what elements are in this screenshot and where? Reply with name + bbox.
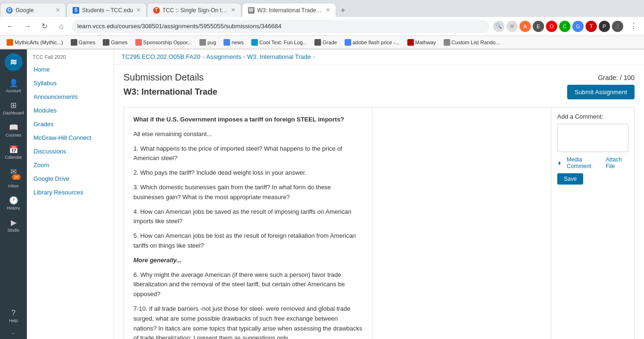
inbox-badge: 26: [12, 174, 20, 180]
new-tab-button[interactable]: +: [337, 4, 350, 17]
ext-icon-7[interactable]: P: [599, 21, 610, 32]
ext-icon-5[interactable]: G: [572, 21, 584, 32]
bookmark-grade[interactable]: Grade: [312, 38, 340, 47]
bookmark-games1[interactable]: Games: [68, 38, 98, 47]
course-term-label: TCC Fall 2020: [27, 49, 114, 63]
ext-icon-2[interactable]: E: [533, 21, 544, 32]
bookmark-news[interactable]: news: [221, 38, 247, 47]
address-input[interactable]: [72, 20, 489, 33]
tab-bar: G Google ✕ S Students – TCC.edu ✕ T TCC …: [0, 0, 644, 17]
bookmark-mathway[interactable]: Mathway: [405, 38, 439, 47]
tab-students[interactable]: S Students – TCC.edu ✕: [66, 3, 147, 17]
ext-icon-8[interactable]: ⋮: [612, 21, 623, 32]
menu-item-zoom[interactable]: Zoom: [27, 158, 114, 172]
bookmark-favicon-mathway: [407, 39, 414, 46]
breadcrumb-w3[interactable]: W3: International Trade: [247, 53, 311, 60]
menu-button[interactable]: ⋮: [627, 20, 640, 33]
account-icon: 👤: [9, 79, 18, 88]
tab-close-tcc[interactable]: ✕: [231, 7, 235, 13]
bookmark-favicon-adobe: [345, 39, 351, 46]
browser-chrome: G Google ✕ S Students – TCC.edu ✕ T TCC …: [0, 0, 644, 49]
ext-icon-4[interactable]: C: [559, 21, 570, 32]
back-button[interactable]: ←: [4, 20, 17, 33]
bookmark-sponsorship[interactable]: Sponsorship Oppor...: [132, 38, 195, 47]
bookmark-pug[interactable]: pug: [197, 38, 219, 47]
tab-tcc[interactable]: T TCC :: Single Sign-On to all your... ✕: [147, 3, 241, 17]
grade-label: Grade:: [598, 74, 618, 81]
assignment-content: What if the U.S. Government imposes a ta…: [124, 107, 372, 339]
tab-close-w3[interactable]: ✕: [326, 7, 330, 13]
breadcrumb-course[interactable]: TC295.ECO.202.O05B.FA20: [122, 53, 200, 60]
search-icon[interactable]: 🔍: [493, 21, 504, 32]
menu-item-google-drive[interactable]: Google Drive: [27, 172, 114, 186]
attach-file-link[interactable]: Attach File: [606, 156, 628, 170]
comment-panel: Add a Comment: ⏵ Media Comment Attach Fi…: [552, 107, 634, 339]
menu-item-discussions[interactable]: Discussions: [27, 145, 114, 158]
bookmark-games2[interactable]: Games: [100, 38, 130, 47]
lms-sidebar: ≋ 👤 Account ⊞ Dashboard 📖 Courses 📅 Cale…: [0, 49, 27, 339]
breadcrumb-sep-3: ›: [313, 53, 314, 60]
courses-icon: 📖: [9, 123, 18, 132]
menu-item-home[interactable]: Home: [27, 63, 114, 76]
tab-title-students: Students – TCC.edu: [82, 7, 133, 14]
bookmark-icon[interactable]: ☆: [506, 21, 518, 32]
help-icon: ?: [11, 309, 16, 317]
sidebar-item-calendar[interactable]: 📅 Calendar: [0, 141, 27, 163]
submit-assignment-button[interactable]: Submit Assignment: [567, 85, 635, 99]
tab-title-tcc: TCC :: Single Sign-On to all your...: [163, 7, 228, 14]
tab-google[interactable]: G Google ✕: [0, 3, 66, 17]
bookmark-customlist[interactable]: Custom List Rando...: [441, 38, 503, 47]
bookmark-favicon-news: [223, 39, 230, 46]
tab-favicon-w3: W: [248, 7, 255, 14]
assignment-sub-intro: All else remaining constant...: [133, 129, 363, 139]
sidebar-item-inbox[interactable]: ✉ 26 Inbox: [0, 163, 27, 192]
menu-item-syllabus[interactable]: Syllabus: [27, 76, 114, 90]
comment-panel-title: Add a Comment:: [557, 113, 628, 120]
course-sidebar: TCC Fall 2020 Home Syllabus Announcement…: [27, 49, 114, 339]
sidebar-item-dashboard[interactable]: ⊞ Dashboard: [0, 97, 27, 119]
bookmark-adobe[interactable]: adobe flash price -...: [342, 38, 403, 47]
ext-icon-6[interactable]: T: [586, 21, 597, 32]
bookmark-favicon-games2: [103, 39, 109, 46]
question-5: 5. How can American jobs be lost as the …: [133, 231, 363, 251]
question-2: 2. Who pays the tariff? Include dead wei…: [133, 168, 363, 178]
comment-textarea[interactable]: [557, 124, 628, 152]
breadcrumb: TC295.ECO.202.O05B.FA20 › Assignments › …: [114, 49, 644, 65]
save-comment-button[interactable]: Save: [557, 173, 583, 185]
tab-favicon-google: G: [6, 7, 13, 14]
calendar-icon: 📅: [9, 145, 18, 154]
sidebar-item-studio[interactable]: ▶ Studio: [0, 214, 27, 236]
ext-icon-1[interactable]: A: [520, 21, 531, 32]
menu-item-modules[interactable]: Modules: [27, 104, 114, 117]
grade-value: / 100: [620, 74, 635, 81]
menu-item-announcements[interactable]: Announcements: [27, 90, 114, 104]
ext-icon-3[interactable]: O: [546, 21, 557, 32]
tab-favicon-students: S: [73, 7, 79, 14]
sidebar-item-arrow[interactable]: ←: [0, 327, 27, 339]
lms-logo[interactable]: ≋: [5, 53, 23, 71]
bookmark-mythicarts[interactable]: MythicArts (Mythic...): [4, 38, 66, 47]
bookmark-cooltext[interactable]: Cool Text: Fun Log...: [248, 38, 310, 47]
tab-close-students[interactable]: ✕: [136, 7, 140, 13]
tab-favicon-tcc: T: [153, 7, 160, 14]
dashboard-icon: ⊞: [10, 101, 17, 110]
sidebar-item-account[interactable]: 👤 Account: [0, 75, 27, 97]
menu-item-grades[interactable]: Grades: [27, 117, 114, 131]
sidebar-item-help[interactable]: ? Help: [0, 305, 27, 327]
menu-item-library[interactable]: Library Resources: [27, 186, 114, 199]
tab-w3[interactable]: W W3: International Trade: Noah C... ✕: [242, 3, 336, 17]
assignment-intro: What if the U.S. Government imposes a ta…: [133, 115, 363, 125]
tab-close-google[interactable]: ✕: [56, 7, 60, 13]
tab-title-google: Google: [16, 7, 53, 14]
address-bar-row: ← → ↻ ⌂ 🔍 ☆ A E O C G T P ⋮ ⋮: [0, 17, 644, 36]
breadcrumb-assignments[interactable]: Assignments: [206, 53, 241, 60]
bookmark-favicon-pug: [199, 39, 206, 46]
sidebar-item-courses[interactable]: 📖 Courses: [0, 119, 27, 141]
sidebar-item-history[interactable]: 🕐 History: [0, 192, 27, 214]
forward-button[interactable]: →: [21, 20, 34, 33]
media-comment-link[interactable]: Media Comment: [567, 156, 602, 170]
home-button[interactable]: ⌂: [55, 20, 68, 33]
menu-item-mcgraw[interactable]: McGraw-Hill Connect: [27, 131, 114, 145]
bookmark-favicon-grade: [314, 39, 321, 46]
reload-button[interactable]: ↻: [38, 20, 51, 33]
